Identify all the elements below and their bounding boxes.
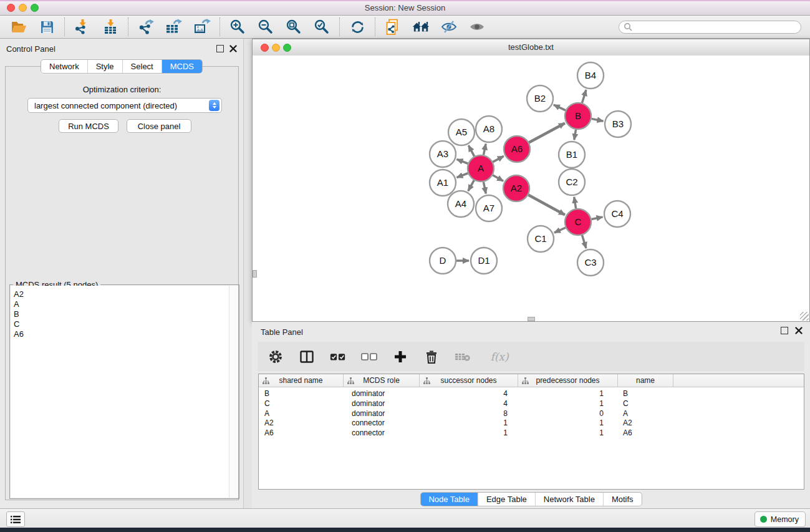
graph-node-B3[interactable]: B3	[605, 111, 631, 137]
graph-node-B[interactable]: B	[565, 103, 591, 129]
zoom-fit-icon[interactable]	[285, 18, 302, 36]
graph-node-C1[interactable]: C1	[528, 226, 554, 252]
run-mcds-button[interactable]: Run MCDS	[59, 119, 118, 133]
edge-C-C2[interactable]	[574, 197, 576, 209]
refresh-layout-icon[interactable]	[349, 18, 366, 36]
import-network-icon[interactable]	[74, 18, 91, 36]
zoom-in-icon[interactable]	[229, 18, 246, 36]
tab-edge-table[interactable]: Edge Table	[478, 493, 535, 506]
edge-C-C4[interactable]	[592, 217, 603, 220]
graph-node-A4[interactable]: A4	[448, 191, 474, 217]
edge-A-A1[interactable]	[456, 173, 468, 178]
graph-node-C3[interactable]: C3	[577, 249, 604, 276]
graph-node-C4[interactable]: C4	[604, 201, 630, 227]
cell-shared_name[interactable]: A	[259, 409, 344, 419]
search-field[interactable]	[619, 21, 801, 34]
graph-node-A2[interactable]: A2	[503, 175, 529, 201]
window-resize-grip[interactable]	[800, 312, 809, 321]
column-layout-icon[interactable]	[299, 349, 315, 365]
result-list-scrollbar[interactable]	[229, 286, 238, 498]
cell-predecessor_nodes[interactable]: 1	[518, 399, 618, 409]
edge-C-C3[interactable]	[582, 235, 586, 248]
column-header-shared-name[interactable]: shared name	[259, 374, 344, 387]
cell-mcds_role[interactable]: dominator	[344, 389, 420, 399]
cell-predecessor_nodes[interactable]: 1	[518, 418, 618, 428]
cell-mcds_role[interactable]: connector	[344, 428, 420, 438]
tab-mcds[interactable]: MCDS	[162, 60, 202, 73]
edge-A-A3[interactable]	[456, 159, 468, 163]
export-network-icon[interactable]	[137, 18, 155, 36]
canvas-vertical-scroll-thumb[interactable]	[253, 270, 257, 278]
edge-C-C1[interactable]	[554, 228, 566, 233]
table-row[interactable]: Adominator80A	[259, 409, 804, 419]
tab-motifs[interactable]: Motifs	[603, 493, 642, 506]
edge-B-B4[interactable]	[582, 90, 586, 103]
cell-predecessor_nodes[interactable]: 1	[518, 389, 618, 399]
edge-B-B2[interactable]	[554, 105, 566, 110]
graph-node-A7[interactable]: A7	[476, 195, 502, 221]
search-input[interactable]	[633, 22, 801, 32]
task-history-button[interactable]	[6, 511, 25, 527]
graph-node-A6[interactable]: A6	[504, 136, 530, 162]
cell-successor_nodes[interactable]: 4	[420, 389, 518, 399]
tab-network-table[interactable]: Network Table	[535, 493, 603, 506]
graph-node-A8[interactable]: A8	[476, 116, 502, 142]
mcds-result-item[interactable]: A2	[11, 289, 238, 299]
mcds-result-list[interactable]: A2ABCA6	[11, 286, 238, 498]
cell-shared_name[interactable]: B	[259, 389, 344, 399]
hide-selected-eye-icon[interactable]	[440, 18, 458, 36]
table-row[interactable]: Bdominator41B	[259, 389, 804, 399]
graph-node-A5[interactable]: A5	[448, 119, 475, 145]
edge-A-A6[interactable]	[493, 156, 503, 162]
network-graph[interactable]: B4B2BB3A5A8A6A3B1AA1C2A2A4A7CC4C1C3DD1	[253, 56, 809, 322]
open-session-icon[interactable]	[10, 18, 27, 36]
cell-predecessor_nodes[interactable]: 1	[518, 428, 618, 438]
add-column-plus-icon[interactable]	[392, 349, 408, 365]
mcds-result-item[interactable]: C	[11, 319, 238, 329]
cell-name[interactable]: A2	[618, 418, 673, 428]
float-table-panel-icon[interactable]	[781, 327, 788, 334]
mcds-result-item[interactable]: B	[11, 309, 238, 319]
cell-name[interactable]: C	[618, 399, 673, 409]
cell-name[interactable]: B	[618, 389, 673, 399]
network-window-titlebar[interactable]: testGlobe.txt	[253, 39, 809, 56]
cell-successor_nodes[interactable]: 8	[420, 409, 518, 419]
cell-shared_name[interactable]: A6	[259, 428, 344, 438]
new-network-from-selection-icon[interactable]	[384, 18, 402, 36]
graph-node-B4[interactable]: B4	[577, 62, 604, 89]
tab-network[interactable]: Network	[41, 60, 87, 73]
edge-B-B1[interactable]	[574, 130, 576, 140]
edge-A6-B[interactable]	[529, 123, 565, 142]
edge-B-B3[interactable]	[592, 118, 604, 121]
cell-name[interactable]: A	[618, 409, 673, 419]
graph-node-B2[interactable]: B2	[527, 85, 553, 112]
edge-A-A4[interactable]	[468, 180, 474, 191]
cell-mcds_role[interactable]: connector	[344, 418, 420, 428]
cell-shared_name[interactable]: A2	[259, 418, 344, 428]
mcds-result-item[interactable]: A	[11, 299, 238, 309]
delete-column-trash-icon[interactable]	[423, 349, 440, 365]
zoom-out-icon[interactable]	[257, 18, 274, 36]
column-header-mcds-role[interactable]: MCDS role	[344, 374, 420, 387]
edge-A2-C[interactable]	[528, 195, 565, 215]
deselect-all-icon[interactable]	[361, 349, 377, 365]
export-image-icon[interactable]	[193, 18, 211, 36]
memory-button[interactable]: Memory	[755, 511, 806, 527]
show-all-eye-icon[interactable]	[468, 18, 486, 36]
close-panel-button[interactable]: Close panel	[127, 119, 191, 133]
cell-name[interactable]: A6	[618, 428, 673, 438]
tab-select[interactable]: Select	[122, 60, 162, 73]
cell-mcds_role[interactable]: dominator	[344, 399, 420, 409]
cell-successor_nodes[interactable]: 4	[420, 399, 518, 409]
mcds-result-item[interactable]: A6	[11, 329, 238, 339]
function-builder-icon[interactable]: f(x)	[486, 349, 513, 365]
table-row[interactable]: A6connector11A6	[259, 428, 804, 438]
graph-node-B1[interactable]: B1	[559, 142, 585, 168]
edge-A-A5[interactable]	[468, 145, 474, 156]
graph-node-D1[interactable]: D1	[471, 248, 497, 274]
first-neighbors-icon[interactable]	[412, 18, 430, 36]
graph-node-D[interactable]: D	[430, 248, 456, 274]
cell-predecessor_nodes[interactable]: 0	[518, 409, 618, 419]
zoom-selected-icon[interactable]	[313, 18, 330, 36]
edge-A-A8[interactable]	[483, 144, 486, 155]
